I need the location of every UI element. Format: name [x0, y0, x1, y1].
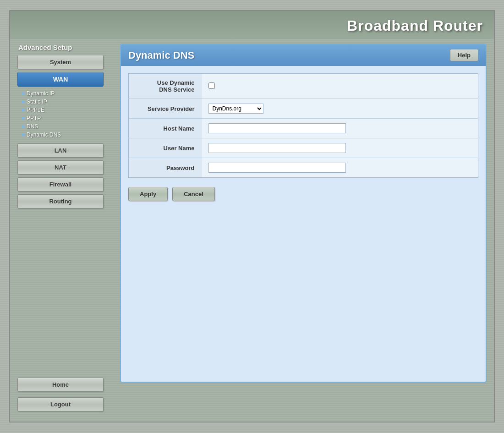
- home-button[interactable]: Home: [17, 378, 104, 392]
- host-name-input[interactable]: [208, 123, 346, 133]
- sidebar-item-routing[interactable]: Routing: [17, 194, 104, 208]
- service-provider-row: Service Provider DynDns.org TZO.com No-I…: [129, 99, 478, 119]
- host-name-row: Host Name: [129, 119, 478, 138]
- sidebar-item-dynamic-dns[interactable]: Dynamic DNS: [22, 131, 114, 139]
- logout-button[interactable]: Logout: [17, 397, 104, 411]
- help-button[interactable]: Help: [450, 49, 478, 61]
- sidebar-item-pptp[interactable]: PPTP: [22, 114, 114, 122]
- sidebar: Advanced Setup System WAN Dynamic IP Sta…: [17, 44, 114, 414]
- content-title: Dynamic DNS: [128, 49, 194, 61]
- password-label: Password: [129, 158, 202, 178]
- sidebar-item-wan[interactable]: WAN: [17, 72, 104, 87]
- page-title: Broadband Router: [347, 17, 483, 34]
- user-name-label: User Name: [129, 138, 202, 158]
- sidebar-item-dynamic-ip[interactable]: Dynamic IP: [22, 89, 114, 98]
- sidebar-item-pppoe[interactable]: PPPoE: [22, 106, 114, 114]
- sidebar-bottom: Home Logout: [17, 368, 114, 414]
- user-name-value: [202, 138, 478, 158]
- bullet-icon: [22, 100, 25, 103]
- use-dynamic-dns-checkbox[interactable]: [208, 82, 215, 89]
- wan-submenu: Dynamic IP Static IP PPPoE PPTP: [17, 88, 114, 142]
- bullet-icon: [22, 125, 25, 128]
- sidebar-item-system[interactable]: System: [17, 55, 104, 69]
- use-dynamic-dns-label: Use DynamicDNS Service: [129, 74, 202, 99]
- apply-button[interactable]: Apply: [128, 187, 168, 201]
- use-dynamic-dns-row: Use DynamicDNS Service: [129, 74, 478, 99]
- user-name-input[interactable]: [208, 143, 346, 153]
- sidebar-item-static-ip[interactable]: Static IP: [22, 98, 114, 106]
- sidebar-title: Advanced Setup: [17, 44, 114, 51]
- content-panel: Dynamic DNS Help Use DynamicDNS Service …: [120, 44, 487, 383]
- bullet-icon: [22, 117, 25, 120]
- sidebar-item-lan[interactable]: LAN: [17, 143, 104, 158]
- bullet-icon: [22, 109, 25, 111]
- password-row: Password: [129, 158, 478, 178]
- host-name-label: Host Name: [129, 119, 202, 138]
- service-provider-label: Service Provider: [129, 99, 202, 119]
- action-buttons: Apply Cancel: [128, 185, 478, 203]
- form-table: Use DynamicDNS Service Service Provider …: [128, 73, 478, 178]
- bullet-icon: [22, 92, 25, 95]
- service-provider-value: DynDns.org TZO.com No-IP.com: [202, 99, 478, 119]
- bullet-icon: [22, 133, 25, 136]
- header: Broadband Router: [10, 11, 494, 39]
- content-header: Dynamic DNS Help: [121, 44, 486, 66]
- service-provider-select[interactable]: DynDns.org TZO.com No-IP.com: [208, 104, 263, 114]
- content-area: Dynamic DNS Help Use DynamicDNS Service …: [120, 44, 487, 414]
- sidebar-item-nat[interactable]: NAT: [17, 160, 104, 175]
- sidebar-item-firewall[interactable]: Firewall: [17, 177, 104, 192]
- password-input[interactable]: [208, 163, 346, 173]
- content-body: Use DynamicDNS Service Service Provider …: [121, 66, 486, 210]
- cancel-button[interactable]: Cancel: [172, 187, 215, 201]
- user-name-row: User Name: [129, 138, 478, 158]
- password-value: [202, 158, 478, 178]
- sidebar-item-dns[interactable]: DNS: [22, 122, 114, 131]
- host-name-value: [202, 119, 478, 138]
- use-dynamic-dns-value: [202, 74, 478, 99]
- wan-section: WAN Dynamic IP Static IP PPPoE: [17, 72, 114, 142]
